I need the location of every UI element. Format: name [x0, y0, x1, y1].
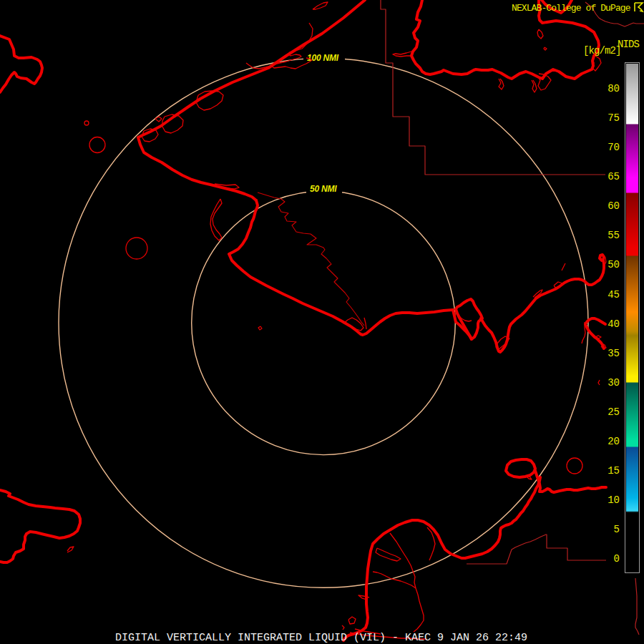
svg-text:50 NMI: 50 NMI: [310, 184, 337, 194]
svg-text:100 NMI: 100 NMI: [307, 53, 339, 63]
